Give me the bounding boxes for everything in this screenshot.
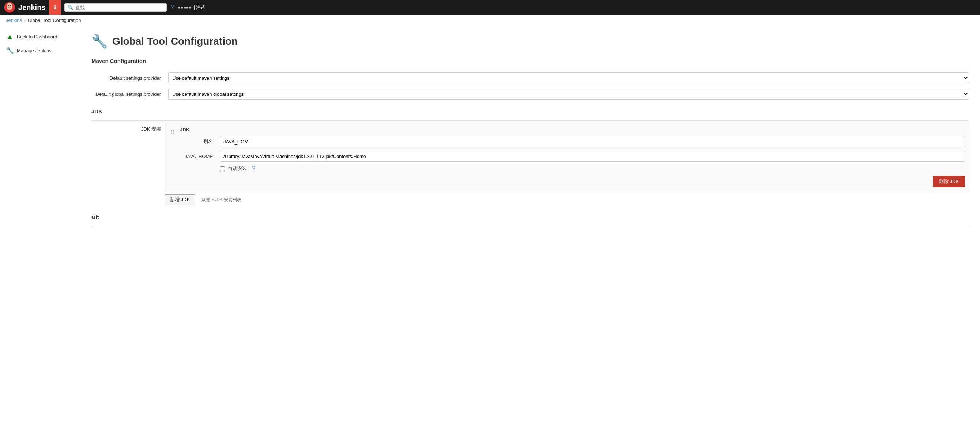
default-settings-select[interactable]: Use default maven settingsSettings file … bbox=[168, 72, 969, 83]
page-title: Global Tool Configuration bbox=[112, 35, 238, 47]
sidebar-item-manage-jenkins[interactable]: 🔧 Manage Jenkins bbox=[0, 43, 80, 57]
sidebar-item-label: Back to Dashboard bbox=[17, 34, 57, 40]
header: Jenkins 3 🔍 ? ■ ■■■■ | 注销 bbox=[0, 0, 980, 14]
auto-install-help-icon[interactable]: ? bbox=[252, 165, 255, 172]
help-icon[interactable]: ? bbox=[170, 4, 174, 11]
maven-config-section: Maven Configuration Default settings pro… bbox=[91, 58, 969, 99]
alias-input[interactable] bbox=[220, 136, 965, 147]
page-body: ▲ Back to Dashboard 🔧 Manage Jenkins 🔧 G… bbox=[0, 26, 980, 431]
maven-section-title: Maven Configuration bbox=[91, 58, 969, 65]
back-icon: ▲ bbox=[6, 33, 14, 41]
default-global-settings-label: Default global settings provider bbox=[91, 91, 165, 97]
auto-install-row: 自动安装 ? bbox=[220, 165, 965, 172]
delete-jdk-button[interactable]: 删除 JDK bbox=[933, 176, 965, 187]
java-home-input[interactable] bbox=[220, 151, 965, 162]
default-settings-row: Default settings provider Use default ma… bbox=[91, 72, 969, 83]
add-jdk-button[interactable]: 新增 JDK bbox=[165, 194, 195, 205]
jdk-section: JDK JDK 安装 ⠿ JDK 别名 bbox=[91, 108, 969, 205]
breadcrumb: Jenkins › Global Tool Configuration bbox=[0, 14, 980, 26]
sidebar-item-label: Manage Jenkins bbox=[17, 48, 52, 53]
alias-row: 别名 bbox=[180, 136, 965, 147]
user-icons: ■ ■■■■ bbox=[177, 5, 191, 10]
jdk-form: JDK 别名 JAVA_HOME bbox=[180, 127, 965, 187]
jdk-section-title: JDK bbox=[91, 108, 969, 116]
git-section: Git bbox=[91, 214, 969, 227]
svg-point-5 bbox=[10, 5, 11, 6]
breadcrumb-current: Global Tool Configuration bbox=[28, 18, 81, 23]
svg-point-3 bbox=[6, 5, 13, 10]
header-search-area: 🔍 ? ■ ■■■■ | 注销 bbox=[61, 3, 976, 12]
build-count-badge: 3 bbox=[49, 0, 61, 14]
system-jdk-text: 系统下JDK 安装列表 bbox=[201, 197, 241, 203]
default-global-settings-row: Default global settings provider Use def… bbox=[91, 89, 969, 99]
drag-handle[interactable]: ⠿ bbox=[169, 127, 176, 187]
default-settings-label: Default settings provider bbox=[91, 75, 165, 81]
sidebar-item-back-to-dashboard[interactable]: ▲ Back to Dashboard bbox=[0, 30, 80, 43]
search-input[interactable] bbox=[75, 5, 164, 10]
user-area: ■ ■■■■ | 注销 bbox=[177, 5, 205, 11]
sidebar: ▲ Back to Dashboard 🔧 Manage Jenkins bbox=[0, 26, 80, 431]
logout-link[interactable]: | 注销 bbox=[194, 5, 205, 11]
java-home-row: JAVA_HOME bbox=[180, 151, 965, 162]
auto-install-checkbox[interactable] bbox=[220, 166, 225, 171]
add-jdk-row: 新增 JDK 系统下JDK 安装列表 bbox=[165, 194, 969, 205]
alias-label: 别名 bbox=[180, 138, 216, 145]
page-title-icon: 🔧 bbox=[91, 34, 108, 49]
java-home-label: JAVA_HOME bbox=[180, 154, 216, 159]
search-icon: 🔍 bbox=[68, 5, 73, 10]
default-global-settings-select[interactable]: Use default maven global settingsGlobal … bbox=[168, 89, 969, 99]
jdk-label: JDK bbox=[180, 127, 189, 132]
breadcrumb-home[interactable]: Jenkins bbox=[6, 18, 22, 23]
auto-install-label: 自动安装 bbox=[228, 165, 247, 172]
delete-btn-row: 删除 JDK bbox=[180, 176, 965, 187]
jenkins-logo[interactable]: Jenkins bbox=[4, 2, 45, 13]
page-title-area: 🔧 Global Tool Configuration bbox=[91, 34, 969, 49]
wrench-icon: 🔧 bbox=[6, 46, 14, 54]
jdk-label-row: JDK bbox=[180, 127, 965, 132]
main-content: 🔧 Global Tool Configuration Maven Config… bbox=[80, 26, 980, 431]
jdk-install-label: JDK 安装 bbox=[91, 123, 165, 132]
svg-point-4 bbox=[8, 5, 9, 6]
jdk-config-block: ⠿ JDK 别名 bbox=[169, 127, 965, 187]
search-box[interactable]: 🔍 bbox=[64, 3, 167, 12]
breadcrumb-separator: › bbox=[24, 18, 25, 23]
git-section-title: Git bbox=[91, 214, 969, 222]
